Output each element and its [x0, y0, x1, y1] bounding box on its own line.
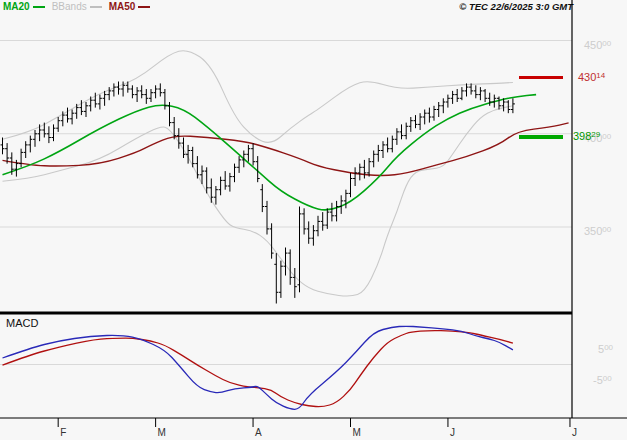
bollinger-upper-band — [3, 51, 513, 143]
month-label-M: M — [158, 428, 166, 438]
macd-panel-label: MACD — [6, 317, 38, 329]
ohlc-bars — [1, 82, 515, 304]
month-label-J: J — [572, 428, 577, 438]
chart-root: MA20BBandsMA50 © TEC 22/6/2025 3:0 GMT 4… — [0, 0, 627, 440]
macd-signal-line — [3, 331, 513, 407]
bollinger-lower-band — [3, 106, 513, 296]
resistance-level-label: 43014 — [578, 72, 605, 84]
macd-axis-label: 500 — [598, 344, 613, 356]
month-label-F: F — [60, 428, 66, 438]
month-label-M: M — [353, 428, 361, 438]
ma50-line — [3, 123, 569, 176]
month-label-J: J — [450, 428, 455, 438]
support-level-label: 39829 — [573, 131, 600, 143]
month-label-A: A — [255, 428, 262, 438]
price-axis-label: 35000 — [584, 226, 611, 238]
price-axis-label: 45000 — [584, 40, 611, 52]
macd-line — [3, 326, 513, 409]
macd-axis-label: -500 — [593, 375, 612, 387]
price-and-macd-chart — [0, 0, 627, 440]
